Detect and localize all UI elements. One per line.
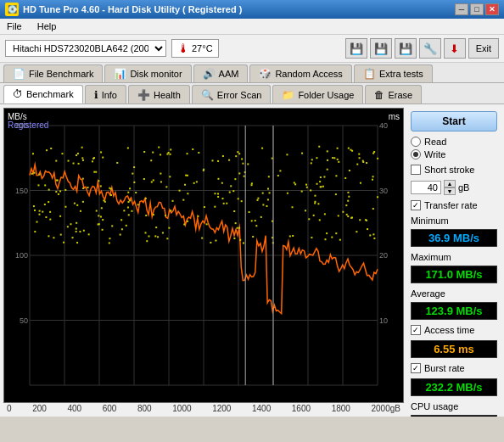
tab-row-2: ⏱ Benchmark ℹ Info ➕ Health 🔍 Error Scan…	[0, 83, 504, 104]
tab-disk-monitor-label: Disk monitor	[130, 69, 182, 79]
file-benchmark-icon: 📄	[13, 68, 25, 80]
exit-button[interactable]: Exit	[468, 38, 499, 59]
erase-icon: 🗑	[374, 89, 384, 101]
toolbar: Hitachi HDS723020BLA642 (2000 gB) 🌡 27°C…	[0, 35, 504, 63]
health-icon: ➕	[137, 89, 150, 101]
spin-up-button[interactable]: ▲	[444, 180, 456, 187]
toolbar-icon-4[interactable]: 🔧	[419, 38, 441, 59]
average-stat: Average 123.9 MB/s	[411, 288, 497, 320]
write-label: Write	[424, 149, 445, 159]
cpu-usage-value: 2.6%	[411, 415, 497, 417]
burst-rate-label: Burst rate	[424, 363, 465, 373]
tab-random-access[interactable]: 🎲 Random Access	[249, 64, 351, 82]
tab-error-scan-label: Error Scan	[217, 90, 262, 100]
access-time-stat: 6.55 ms	[411, 340, 497, 358]
temperature-badge: 🌡 27°C	[171, 39, 219, 58]
drive-select[interactable]: Hitachi HDS723020BLA642 (2000 gB)	[5, 40, 166, 57]
stroke-unit-label: gB	[458, 182, 469, 193]
transfer-rate-checkbox[interactable]	[411, 200, 421, 210]
x-label-400: 400	[67, 404, 81, 413]
tab-disk-monitor[interactable]: 📊 Disk monitor	[104, 64, 191, 82]
minimize-button[interactable]: ─	[455, 3, 468, 15]
toolbar-icons: 💾 💾 💾 🔧 ⬇ Exit	[345, 38, 499, 59]
disk-monitor-icon: 📊	[114, 68, 126, 80]
access-time-value: 6.55 ms	[411, 340, 497, 358]
aam-icon: 🔊	[203, 68, 216, 80]
tab-health[interactable]: ➕ Health	[128, 85, 190, 104]
toolbar-icon-2[interactable]: 💾	[370, 38, 392, 59]
extra-tests-icon: 📋	[363, 68, 376, 80]
menu-bar: File Help	[0, 19, 504, 35]
tab-error-scan[interactable]: 🔍 Error Scan	[192, 85, 272, 104]
x-label-1200: 1200	[212, 404, 231, 413]
error-scan-icon: 🔍	[201, 89, 214, 101]
tab-erase[interactable]: 🗑 Erase	[365, 85, 422, 104]
short-stroke-label: Short stroke	[424, 165, 474, 175]
toolbar-icon-5[interactable]: ⬇	[444, 38, 466, 59]
transfer-rate-item[interactable]: Transfer rate	[411, 200, 497, 210]
toolbar-icon-1[interactable]: 💾	[345, 38, 367, 59]
stroke-value-input[interactable]	[411, 181, 441, 194]
tab-info[interactable]: ℹ Info	[85, 85, 126, 104]
x-label-0: 0	[7, 404, 12, 413]
average-value: 123.9 MB/s	[411, 302, 497, 320]
minimum-stat: Minimum 36.9 MB/s	[411, 215, 497, 247]
short-stroke-item[interactable]: Short stroke	[411, 165, 497, 175]
access-time-checkbox[interactable]	[411, 325, 421, 335]
temperature-value: 27°C	[192, 43, 213, 53]
toolbar-icon-3[interactable]: 💾	[395, 38, 417, 59]
x-label-1000: 1000	[172, 404, 191, 413]
tab-folder-usage[interactable]: 📁 Folder Usage	[272, 85, 363, 104]
tab-benchmark-label: Benchmark	[26, 89, 74, 99]
tab-health-label: Health	[154, 90, 181, 100]
x-label-1600: 1600	[292, 404, 311, 413]
tab-random-access-label: Random Access	[275, 69, 342, 79]
tab-benchmark[interactable]: ⏱ Benchmark	[3, 85, 83, 104]
start-button[interactable]: Start	[411, 111, 497, 131]
write-radio[interactable]	[411, 149, 421, 159]
close-button[interactable]: ✕	[485, 3, 499, 15]
burst-rate-stat: 232.2 MB/s	[411, 378, 497, 396]
read-radio-item[interactable]: Read	[411, 137, 497, 147]
burst-rate-checkbox[interactable]	[411, 363, 421, 373]
burst-rate-value: 232.2 MB/s	[411, 378, 497, 396]
average-label: Average	[411, 288, 497, 299]
tab-aam-label: AAM	[219, 69, 239, 79]
tab-erase-label: Erase	[388, 90, 412, 100]
menu-file[interactable]: File	[3, 20, 25, 32]
minimum-label: Minimum	[411, 215, 497, 226]
x-label-800: 800	[137, 404, 152, 413]
tab-extra-tests[interactable]: 📋 Extra tests	[354, 64, 433, 82]
tab-file-benchmark[interactable]: 📄 File Benchmark	[3, 64, 103, 82]
maximum-stat: Maximum 171.0 MB/s	[411, 252, 497, 283]
info-icon: ℹ	[94, 89, 98, 101]
tab-aam[interactable]: 🔊 AAM	[193, 64, 249, 82]
x-label-200: 200	[32, 404, 47, 413]
main-content: MB/s ms Registered 0 200 400 600 800 100…	[0, 104, 504, 417]
tab-info-label: Info	[102, 90, 117, 100]
short-stroke-checkbox[interactable]	[411, 165, 421, 175]
cpu-usage-stat: CPU usage 2.6%	[411, 401, 497, 417]
menu-help[interactable]: Help	[34, 20, 60, 32]
spin-down-button[interactable]: ▼	[444, 187, 456, 195]
maximize-button[interactable]: □	[470, 3, 484, 15]
write-radio-item[interactable]: Write	[411, 149, 497, 159]
folder-usage-icon: 📁	[282, 89, 294, 101]
burst-rate-item[interactable]: Burst rate	[411, 363, 497, 373]
tab-folder-usage-label: Folder Usage	[298, 90, 354, 100]
title-bar: 💽 HD Tune Pro 4.60 - Hard Disk Utility (…	[0, 0, 504, 19]
tab-extra-tests-label: Extra tests	[379, 69, 423, 79]
short-stroke-input-row: ▲ ▼ gB	[411, 180, 497, 195]
read-radio[interactable]	[411, 137, 421, 147]
app-title: HD Tune Pro 4.60 - Hard Disk Utility ( R…	[23, 4, 242, 14]
spin-buttons: ▲ ▼	[444, 180, 456, 195]
random-access-icon: 🎲	[259, 68, 272, 80]
transfer-rate-label: Transfer rate	[424, 200, 478, 210]
tab-file-benchmark-label: File Benchmark	[29, 69, 93, 79]
right-panel: Start Read Write Short stroke ▲ ▼ gB	[407, 108, 501, 413]
thermometer-icon: 🌡	[177, 42, 189, 55]
access-time-label: Access time	[424, 325, 474, 335]
access-time-item[interactable]: Access time	[411, 325, 497, 335]
read-label: Read	[424, 137, 446, 147]
window-controls: ─ □ ✕	[455, 3, 499, 15]
